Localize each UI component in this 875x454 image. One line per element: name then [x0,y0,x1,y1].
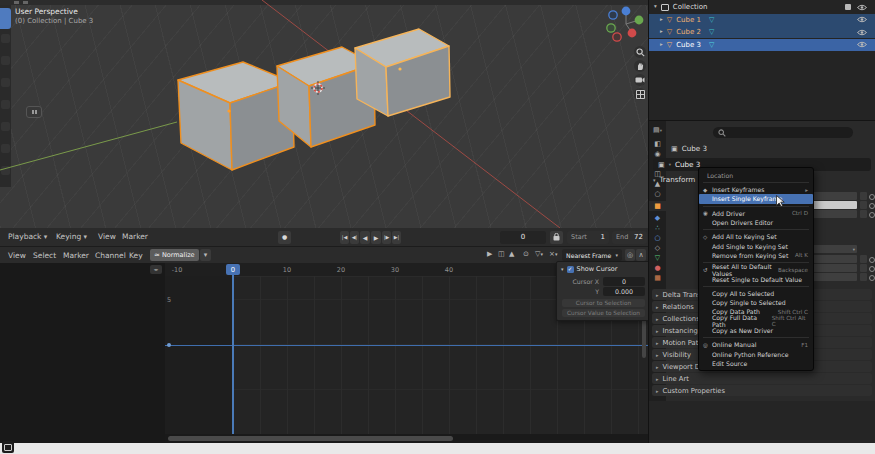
eye-icon[interactable] [857,16,867,23]
show-hidden-filter-icon[interactable]: ◫ [498,251,505,258]
timeline-menu-keying[interactable]: Keying ▾ [56,232,87,241]
tab-tool[interactable]: ◧ [649,139,666,149]
normalize-options-button[interactable]: ▾ [200,249,211,261]
menu-item-copy-full-data-path[interactable]: Copy Full Data PathShift Ctrl Alt C [699,317,813,326]
cube-3-active[interactable] [355,29,450,116]
auto-keying-button[interactable]: ● [278,231,291,244]
animate-decorator-icon[interactable] [869,275,875,281]
play-reverse-button[interactable]: ◀ [360,231,370,244]
gizmo-y-neg[interactable] [607,24,615,32]
next-keyframe-button[interactable]: |▶ [382,231,391,244]
snap-toggle-button[interactable]: ◎ [625,249,635,261]
rotation-x-slider[interactable] [812,255,857,263]
3d-viewport[interactable]: User Perspective (0) Collection | Cube 3 [0,0,648,229]
pan-view-button[interactable] [634,60,646,72]
tab-object-data[interactable]: ▽ [649,253,666,263]
tab-world[interactable]: ○ [649,189,666,199]
viewport-scene[interactable] [0,0,648,228]
section-custom-properties[interactable]: ▸Custom Properties [652,385,872,396]
current-frame-field[interactable]: 0 [500,231,546,244]
graph-menu-select[interactable]: Select [33,251,56,260]
tab-object-active[interactable]: ■ [649,201,666,211]
horizontal-scrollbar-thumb[interactable] [168,436,453,441]
playhead-badge[interactable]: 0 [226,264,240,275]
transform-panel-header[interactable]: ▾ Transform [653,175,695,184]
graph-menu-channel[interactable]: Channel [95,251,126,260]
play-button[interactable]: ▶ [371,231,381,244]
horizontal-scrollbar[interactable] [165,434,648,443]
disclosure-right-icon[interactable]: ▸ [660,29,663,35]
cursor-value-to-selection-button[interactable]: Cursor Value to Selection [562,309,645,317]
menu-item-add-all-keying-set[interactable]: ◇Add All to Keying Set [699,232,813,241]
pivot-button[interactable]: ∧ [636,249,646,261]
location-x-slider[interactable] [812,192,857,200]
prev-keyframe-button[interactable]: ◀| [350,231,359,244]
lock-icon[interactable] [860,210,867,218]
channel-collapse-handle[interactable]: ◂▸ [150,265,162,274]
animate-decorator-icon[interactable] [869,257,875,263]
tab-texture[interactable]: ▦ [649,273,666,283]
eye-icon[interactable] [857,4,867,11]
ghost-curves-icon[interactable]: ⊙ [523,251,529,258]
only-selected-filter-icon[interactable]: ▶ [487,251,492,258]
outliner-item-cube3-active[interactable]: ▸ ▽ Cube 3 ▽ [649,39,875,51]
tab-material[interactable]: ● [649,263,666,273]
filter-dropdown[interactable]: ▽▾ [535,251,543,258]
timeline-menu-view[interactable]: View [98,232,116,241]
lock-icon[interactable] [860,192,867,200]
animate-decorator-icon[interactable] [869,266,875,272]
menu-item-online-python-reference[interactable]: Online Python Reference [699,349,813,358]
menu-item-insert-keyframes[interactable]: ◆ Insert Keyframes ▸ [699,185,813,194]
gizmo-y-axis[interactable] [635,16,644,25]
cursor-line-handle[interactable] [167,343,171,347]
graph-menu-view[interactable]: View [8,251,26,260]
menu-item-copy-all-to-selected[interactable]: Copy All to Selected [699,289,813,298]
start-frame-field[interactable]: Start 1 [567,231,609,244]
section-line-art[interactable]: ▸Line Art [652,373,872,384]
menu-item-remove-keying-set[interactable]: Remove from Keying SetAlt K [699,251,813,260]
navigation-gizmo[interactable] [600,2,648,46]
camera-view-button[interactable] [634,74,646,86]
lock-icon[interactable] [860,201,867,209]
timeline-menu-playback[interactable]: Playback ▾ [8,232,47,241]
cube-1[interactable] [178,62,294,170]
rotation-mode-dropdown[interactable]: ▾ [812,245,857,253]
tab-particles[interactable]: ∴ [649,223,666,233]
jump-to-start-button[interactable]: |◀ [340,231,349,244]
cursor-to-selection-button[interactable]: Cursor to Selection [562,299,645,307]
rotation-z-slider[interactable] [812,273,857,281]
graph-menu-key[interactable]: Key [129,251,143,260]
properties-search-input[interactable] [713,127,853,138]
proportional-edit-dropdown[interactable]: ×▾ [549,251,557,258]
properties-breadcrumb[interactable]: ▣ Cube 3 [671,144,707,153]
outliner-item-cube1[interactable]: ▸ ▽ Cube 1 ▽ [649,14,875,26]
menu-item-copy-as-new-driver[interactable]: Copy as New Driver [699,326,813,335]
graph-channel-region[interactable]: ◂▸ [0,263,165,443]
lock-icon[interactable] [860,273,867,281]
rotation-y-slider[interactable] [812,264,857,272]
disclosure-down-icon[interactable]: ▾ [654,4,657,10]
eye-icon[interactable] [857,29,867,36]
menu-item-insert-single-keyframe[interactable]: Insert Single Keyframe [699,194,813,203]
disclosure-right-icon[interactable]: ▸ [660,17,663,23]
menu-item-reset-single-default[interactable]: Reset Single to Default Value [699,274,813,283]
cursor-y-field[interactable]: 0.000 [603,287,645,296]
outliner-collection-row[interactable]: ▾ Collection [649,1,875,13]
menu-item-open-drivers-editor[interactable]: Open Drivers Editor [699,218,813,227]
lock-icon[interactable] [860,264,867,272]
lock-frame-range-button[interactable] [550,231,563,244]
editor-type-selector[interactable]: ▤▾ [649,125,666,135]
tab-modifiers[interactable]: ◆ [649,213,666,223]
gizmo-x-neg[interactable] [613,33,621,41]
location-z-slider[interactable] [812,210,857,218]
tab-physics[interactable]: ○ [649,233,666,243]
tab-constraints[interactable]: ◇ [649,243,666,253]
snap-mode-dropdown[interactable]: Nearest Frame ▾ [562,249,622,261]
zoom-view-button[interactable] [634,46,646,58]
orthographic-toggle-button[interactable] [634,88,646,100]
eye-icon[interactable] [857,41,867,48]
lock-icon[interactable] [860,255,867,263]
disclosure-right-icon[interactable]: ▸ [660,42,663,48]
animate-decorator-icon[interactable] [869,194,875,200]
end-frame-field[interactable]: End 72 [612,231,647,244]
